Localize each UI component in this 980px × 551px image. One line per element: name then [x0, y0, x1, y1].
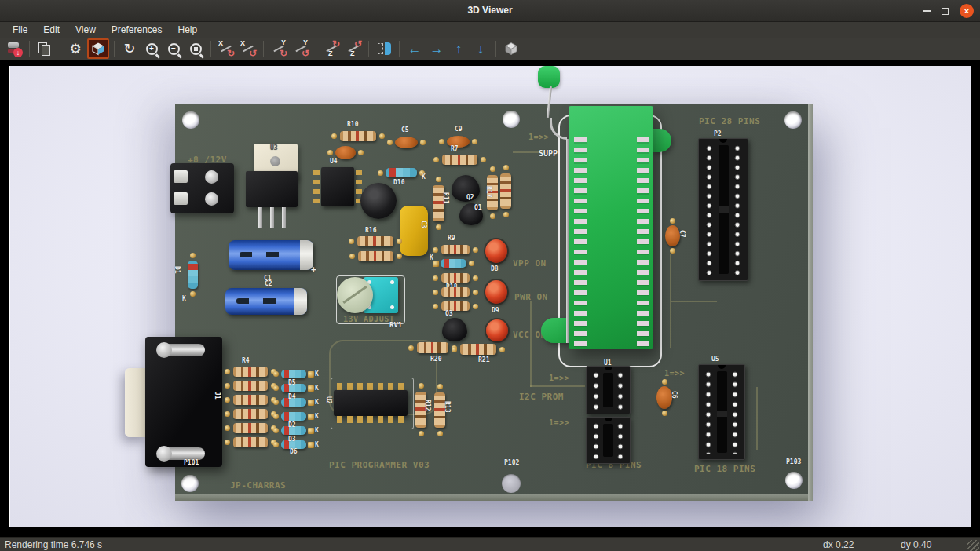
capacitor-c6: [656, 386, 672, 409]
capacitor-disc: [335, 146, 356, 159]
resistor: [233, 395, 268, 405]
ref-c9: C9: [455, 126, 463, 133]
copy-icon: [38, 42, 51, 56]
toolbar-separator: [60, 41, 60, 57]
zoom-out-button[interactable]: −: [163, 38, 184, 59]
resistor-r7: [442, 155, 477, 165]
ref-c5: C5: [401, 126, 409, 133]
rotate-y-cw-button[interactable]: Y↻: [269, 38, 289, 59]
copy-image-button[interactable]: [35, 38, 55, 59]
rotate-x-ccw-button[interactable]: X↺: [238, 38, 258, 59]
db9-screw-head: [156, 446, 172, 462]
menu-file[interactable]: File: [5, 23, 35, 37]
reload-board-button[interactable]: ↓: [4, 38, 24, 59]
window-title: 3D Viewer: [0, 5, 980, 16]
resistor: [233, 423, 268, 433]
resize-grip[interactable]: [967, 540, 979, 551]
menu-view[interactable]: View: [68, 23, 104, 37]
rotate-x-cw-button[interactable]: X↻: [216, 38, 236, 59]
mounting-hole: [181, 475, 199, 492]
ref-p103: P103: [786, 458, 801, 465]
silkscreen-pic28-label: PIC 28 PINS: [699, 116, 760, 126]
resistor-r20: [417, 342, 448, 353]
resistor-r4: [233, 367, 268, 377]
db9-screw-head: [156, 342, 172, 358]
copper-trace: [756, 387, 758, 450]
pcb-edge: [175, 494, 808, 501]
ortho-cube-icon: [504, 42, 518, 56]
mounting-pad: [502, 474, 521, 493]
ref-r17: R17: [485, 186, 492, 197]
orthographic-toggle-button[interactable]: [501, 38, 521, 59]
resistor: [233, 409, 268, 419]
ref-u3: U3: [270, 144, 278, 151]
flip-board-icon: [378, 43, 391, 54]
ref-c3: C3: [420, 221, 427, 228]
minimize-button[interactable]: [923, 10, 931, 12]
ref-k: K: [315, 413, 319, 420]
mounting-hole: [784, 111, 802, 129]
close-button[interactable]: ×: [960, 4, 974, 18]
terminal-screw: [205, 192, 218, 206]
ref-r4: R4: [242, 357, 250, 364]
menu-help[interactable]: Help: [170, 23, 206, 37]
3d-viewer-window: 3D Viewer × File Edit View Preferences H…: [0, 0, 980, 551]
silkscreen-pin1-marker: 1=>>: [664, 369, 685, 378]
flip-board-button[interactable]: [374, 38, 394, 59]
capacitor-c3: [400, 206, 428, 256]
ref-d9: D9: [492, 307, 499, 314]
silkscreen-pwr-label: PWR ON: [514, 292, 548, 302]
silkscreen-i2c-label: I2C PROM: [519, 392, 564, 402]
ref-c6: C6: [671, 391, 678, 399]
zoom-fit-icon: [190, 43, 202, 55]
toolbar-separator: [399, 41, 400, 57]
maximize-button[interactable]: [942, 8, 949, 15]
redraw-button[interactable]: ↻: [119, 38, 140, 59]
rotate-z-cw-icon: Z↻: [324, 41, 339, 57]
ref-u4: U4: [330, 158, 338, 165]
zif-slots-left: [574, 137, 587, 352]
ic-u2: [334, 390, 408, 416]
titlebar: 3D Viewer ×: [0, 0, 980, 22]
zoom-fit-button[interactable]: [185, 38, 206, 59]
capacitor-c1: [229, 240, 313, 270]
rotate-y-ccw-button[interactable]: Y↺: [291, 38, 311, 59]
rotate-z-ccw-button[interactable]: Z↺: [343, 38, 364, 59]
silkscreen-pin1-marker: 1=>>: [549, 374, 569, 382]
copper-trace: [671, 301, 717, 302]
move-right-button[interactable]: →: [426, 38, 447, 59]
arrow-left-icon: ←: [408, 42, 422, 56]
arrow-up-icon: ↑: [455, 42, 463, 56]
ref-rv1: RV1: [389, 321, 402, 329]
ref-r16: R16: [365, 227, 376, 234]
ref-d2: D2: [288, 421, 296, 429]
ref-d8: D8: [491, 265, 499, 272]
ref-p102: P102: [504, 459, 519, 466]
raytracing-toggle-button[interactable]: [87, 38, 109, 59]
ref-d6: D6: [290, 448, 298, 455]
menu-edit[interactable]: Edit: [35, 23, 68, 37]
led-d9: [485, 280, 507, 304]
3d-viewport[interactable]: +8 /12V 13V ADJUST VPP ON PWR ON VCC ON …: [9, 66, 971, 527]
menu-preferences[interactable]: Preferences: [104, 23, 170, 37]
resistor-r10: [340, 131, 376, 141]
ref-p101: P101: [184, 459, 199, 466]
ref-c7: C7: [678, 230, 686, 238]
ref-r7: R7: [451, 145, 459, 152]
led-d8: [485, 239, 507, 263]
render-options-button[interactable]: ⚙: [65, 38, 86, 59]
regulator-hole: [270, 156, 280, 166]
move-up-button[interactable]: ↑: [448, 38, 469, 59]
ref-k: K: [315, 370, 319, 378]
ref-q3: Q3: [445, 310, 453, 317]
toolbar-separator: [316, 41, 316, 57]
rotate-z-cw-button[interactable]: Z↻: [321, 38, 342, 59]
silkscreen-pin1-marker: 1=>>: [528, 133, 549, 141]
ref-plus: +: [311, 264, 316, 274]
socket-u1: [586, 366, 631, 414]
move-down-button[interactable]: ↓: [470, 38, 491, 59]
move-left-button[interactable]: ←: [404, 38, 425, 59]
ref-r12: R12: [424, 400, 431, 411]
zoom-in-button[interactable]: +: [141, 38, 162, 59]
zif-lever-rail: [566, 139, 569, 343]
